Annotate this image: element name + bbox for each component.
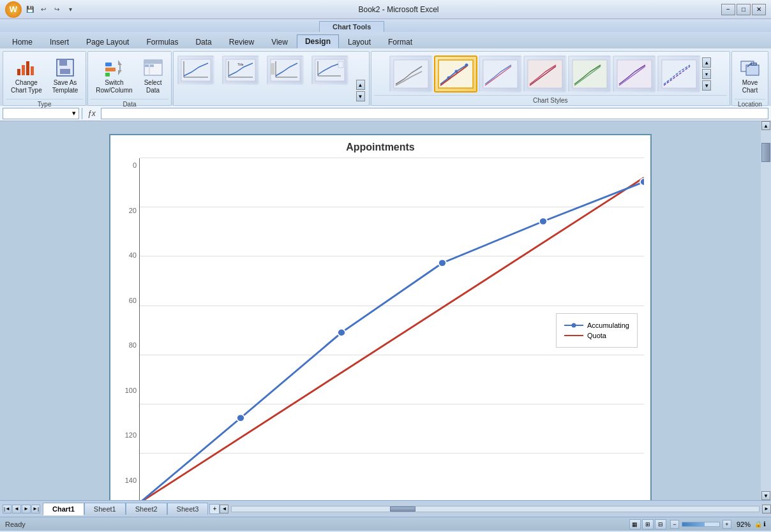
next-sheet-btn[interactable]: ► [22,505,31,514]
svg-rect-2 [26,61,29,75]
svg-rect-1 [22,65,25,75]
first-sheet-btn[interactable]: |◄ [3,505,11,514]
tab-home[interactable]: Home [4,35,41,48]
page-break-btn[interactable]: ⊟ [655,519,666,529]
sheet-tab-sheet2[interactable]: Sheet2 [126,503,167,515]
svg-rect-26 [271,63,274,75]
legend-quota: Quota [564,332,629,339]
select-data-btn[interactable]: SelectData [139,55,167,96]
tab-review[interactable]: Review [221,35,262,48]
maximize-btn[interactable]: □ [737,4,751,15]
redo-btn[interactable]: ↪ [51,4,63,15]
sheet-tab-chart1[interactable]: Chart1 [43,503,84,515]
insert-sheet-btn[interactable]: + [209,504,220,514]
svg-rect-40 [662,60,696,88]
select-data-icon [143,57,163,78]
legend-accumulating-label: Accumulating [587,321,629,329]
move-chart-btn[interactable]: MoveChart [736,55,764,96]
chart-container[interactable]: Appointments 140 120 100 80 60 40 20 0 [109,134,652,500]
data-group-content: SwitchRow/Column SelectData [91,53,168,99]
ribbon-content: ChangeChart Type Save AsTemplate Type [0,48,771,106]
tab-insert[interactable]: Insert [41,35,77,48]
normal-view-btn[interactable]: ▦ [629,519,641,529]
style-4[interactable] [523,55,567,92]
minimize-btn[interactable]: − [721,4,735,15]
layout-scroll-up[interactable]: ▲ [356,80,365,90]
tab-view[interactable]: View [263,35,296,48]
y-label-20: 20 [117,207,139,214]
style-1[interactable] [389,55,433,92]
layout-scroll-down[interactable]: ▼ [356,91,365,101]
location-group-content: MoveChart [735,53,765,99]
style-5[interactable] [568,55,611,92]
formula-input[interactable] [101,108,768,119]
scroll-thumb-h[interactable] [390,506,415,512]
prev-sheet-btn[interactable]: ◄ [12,505,21,514]
tab-formulas[interactable]: Formulas [138,35,186,48]
last-sheet-btn[interactable]: ►| [31,505,40,514]
tab-data[interactable]: Data [187,35,220,48]
name-box-arrow[interactable]: ▾ [72,109,76,117]
y-label-0: 0 [117,161,139,169]
layout-3[interactable] [267,55,304,85]
bottom-scrollbar[interactable]: ◄ ► [220,504,771,514]
sheet-tab-sheet3[interactable]: Sheet3 [167,503,209,515]
tab-format[interactable]: Format [380,35,421,48]
style-6[interactable] [613,55,656,92]
layout-1[interactable] [177,55,214,85]
dropdown-btn[interactable]: ▾ [64,4,76,15]
scroll-down-btn[interactable]: ▼ [761,491,770,500]
status-bar: Ready ▦ ⊞ ⊟ − + 92% 🔒 ℹ [0,517,771,531]
scroll-left-btn[interactable]: ◄ [220,505,228,514]
zoom-slider[interactable] [682,522,720,527]
y-label-40: 40 [117,251,139,259]
save-as-template-btn[interactable]: Save AsTemplate [49,55,82,96]
close-btn[interactable]: ✕ [752,4,766,15]
styles-group-content: ▲ ▾ ▼ [388,53,712,95]
scroll-up-btn[interactable]: ▲ [761,121,770,130]
scroll-thumb[interactable] [761,143,770,162]
svg-point-46 [438,260,446,267]
name-box[interactable]: ▾ [3,108,79,119]
zoom-control: − + 92% [670,520,751,529]
zoom-in-btn[interactable]: + [722,520,731,529]
ribbon-group-location: MoveChart Location [731,51,768,106]
tab-design[interactable]: Design [297,34,339,48]
switch-row-column-btn[interactable]: SwitchRow/Column [92,55,136,96]
change-chart-type-btn[interactable]: ChangeChart Type [7,55,46,96]
chart-plot-area: Accumulating Quota [139,158,644,500]
style-7[interactable] [657,55,701,92]
security-icon: 🔒 [754,521,762,528]
svg-rect-16 [181,59,211,81]
ribbon-group-chart-styles: ▲ ▾ ▼ Chart Styles [371,51,730,106]
styles-scroll-up[interactable]: ▲ [702,57,711,68]
y-axis-labels: 140 120 100 80 60 40 20 0 [117,158,139,500]
zoom-out-btn[interactable]: − [670,520,679,529]
title-bar: W 💾 ↩ ↪ ▾ Book2 - Microsoft Excel − □ ✕ [0,0,771,19]
chart-legend: Accumulating Quota [556,313,638,348]
styles-scroll-down[interactable]: ▼ [702,80,711,91]
right-scrollbar[interactable]: ▲ ▼ [761,121,771,500]
change-chart-type-label: ChangeChart Type [11,79,42,94]
styles-scroll: ▲ ▾ ▼ [702,57,711,91]
save-quick-btn[interactable]: 💾 [24,4,36,15]
styles-scroll-expand[interactable]: ▾ [702,69,711,79]
svg-point-50 [571,323,576,328]
layout-2[interactable]: Title [222,55,259,85]
style-2[interactable] [434,55,477,92]
zoom-label: 92% [737,521,751,528]
style-3[interactable] [479,55,522,92]
sheet-tab-sheet1[interactable]: Sheet1 [84,503,126,515]
window-controls: − □ ✕ [721,4,766,15]
svg-rect-5 [59,59,67,66]
ribbon-group-type: ChangeChart Type Save AsTemplate Type [3,51,86,106]
page-layout-btn[interactable]: ⊞ [642,519,654,529]
svg-text:Title: Title [237,63,243,66]
tab-layout[interactable]: Layout [340,35,379,48]
quick-access: 💾 ↩ ↪ ▾ [24,4,76,15]
layout-4[interactable] [311,55,348,85]
undo-btn[interactable]: ↩ [38,4,49,15]
tab-page-layout[interactable]: Page Layout [78,35,137,48]
scroll-right-btn[interactable]: ► [762,505,771,514]
ribbon-group-data: SwitchRow/Column SelectData Data [87,51,171,106]
